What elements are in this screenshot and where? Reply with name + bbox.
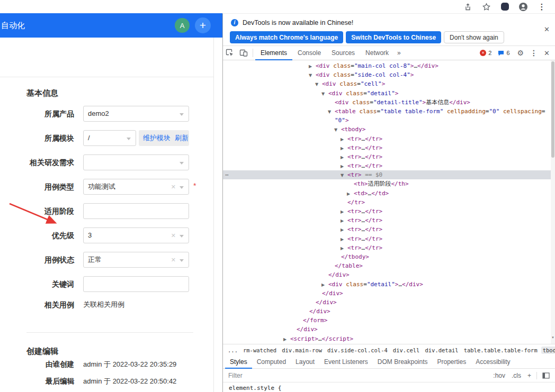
match-language-button[interactable]: Always match Chrome's language — [230, 31, 343, 43]
profile-icon[interactable] — [518, 2, 528, 12]
related-cases-link[interactable]: 关联相关用例 — [83, 297, 124, 313]
crumb-item[interactable]: tbody — [541, 347, 555, 354]
tree-node[interactable]: </tr> — [223, 198, 551, 207]
tree-node[interactable]: ▼<div class="side-col col-4"> — [223, 70, 551, 79]
scrollbar-thumb[interactable] — [551, 61, 554, 158]
avatar[interactable]: A — [175, 18, 190, 33]
expand-arrow-icon[interactable]: ▶ — [341, 162, 347, 171]
expand-arrow-icon[interactable]: ▶ — [341, 144, 347, 153]
module-select[interactable]: / — [83, 130, 136, 146]
tab-styles[interactable]: Styles — [225, 356, 252, 369]
kebab-menu-icon[interactable]: ⋮ — [530, 49, 538, 57]
tree-node[interactable]: ▶<tr>…</tr> — [223, 234, 551, 243]
collapse-arrow-icon[interactable]: ▼ — [321, 89, 328, 98]
expand-arrow-icon[interactable]: ▶ — [309, 62, 316, 71]
tree-node[interactable]: </form> — [223, 316, 551, 325]
tree-node[interactable]: ▶<tr>…</tr> — [223, 152, 551, 161]
tree-node[interactable]: <th>适用阶段</th> — [223, 179, 551, 188]
expand-arrow-icon[interactable]: ▶ — [341, 244, 347, 253]
scroll-down-icon[interactable]: ▼ — [551, 336, 555, 339]
tree-node[interactable]: "0"> — [223, 116, 551, 125]
styles-filter-input[interactable] — [228, 372, 493, 379]
dont-show-again-button[interactable]: Don't show again — [444, 31, 504, 43]
maintain-module-link[interactable]: 维护模块 — [143, 133, 171, 143]
extension-icon[interactable] — [500, 2, 509, 12]
error-badge[interactable]: ✕ 2 — [480, 50, 491, 56]
crumb-item[interactable]: div.main-row — [280, 347, 324, 354]
collapse-arrow-icon[interactable]: ▼ — [341, 171, 347, 180]
expand-arrow-icon[interactable]: ▶ — [347, 189, 354, 198]
stage-input[interactable] — [83, 203, 189, 219]
inspect-element-icon[interactable] — [223, 46, 237, 60]
requirement-select[interactable] — [83, 154, 189, 170]
device-toolbar-icon[interactable] — [237, 46, 250, 60]
collapse-arrow-icon[interactable]: ▼ — [334, 125, 341, 134]
status-select[interactable]: 正常✕ — [83, 252, 189, 268]
expand-arrow-icon[interactable]: ▶ — [321, 280, 328, 289]
tab-dom-breakpoints[interactable]: DOM Breakpoints — [373, 356, 433, 369]
tree-node[interactable]: ▶<div class="main-col col-8">…</div> — [223, 61, 551, 70]
crumb-item[interactable]: table.table.table-form — [462, 347, 539, 354]
crumb-item[interactable]: rm-watched — [241, 347, 278, 354]
collapse-arrow-icon[interactable]: ▼ — [309, 71, 316, 80]
tab-layout[interactable]: Layout — [291, 356, 319, 369]
tree-node[interactable]: ▶<script>…</script> — [223, 334, 551, 343]
tree-node[interactable]: <div class="detail-title">基本信息</div> — [223, 98, 551, 107]
tree-node[interactable]: </div> — [223, 289, 551, 298]
tree-node[interactable]: </div> — [223, 298, 551, 307]
tree-node[interactable]: ▶<tr>…</tr> — [223, 216, 551, 225]
tree-node[interactable]: </div> — [223, 270, 551, 279]
tree-node[interactable]: ▶<tr>…</tr> — [223, 225, 551, 234]
tab-properties[interactable]: Properties — [433, 356, 471, 369]
tree-node[interactable]: </div> — [223, 307, 551, 316]
tree-node[interactable]: </div> — [223, 325, 551, 334]
more-tabs-icon[interactable]: » — [394, 46, 404, 60]
menu-icon[interactable]: ⋮ — [537, 2, 547, 12]
tree-node[interactable]: ▶<tr>…</tr> — [223, 207, 551, 216]
expand-arrow-icon[interactable]: ▶ — [341, 225, 347, 234]
clear-icon[interactable]: ✕ — [171, 179, 176, 194]
keywords-input[interactable] — [83, 276, 189, 292]
tab-sources[interactable]: Sources — [326, 46, 360, 60]
close-icon[interactable]: ✕ — [544, 49, 550, 57]
share-icon[interactable] — [463, 2, 472, 12]
issues-badge[interactable]: 6 — [498, 50, 509, 56]
crumb-item[interactable]: div.detail — [423, 347, 460, 354]
tree-node[interactable]: </tbody> — [223, 252, 551, 261]
tab-accessibility[interactable]: Accessibility — [471, 356, 515, 369]
tree-node[interactable]: </table> — [223, 261, 551, 270]
product-select[interactable]: demo2 — [83, 106, 189, 122]
expand-arrow-icon[interactable]: ▶ — [283, 335, 290, 344]
tree-node[interactable]: ▶<tr>…</tr> — [223, 243, 551, 252]
switch-chinese-button[interactable]: Switch DevTools to Chinese — [346, 31, 441, 43]
collapse-arrow-icon[interactable]: ▼ — [328, 107, 335, 116]
toggle-class[interactable]: .cls — [512, 372, 521, 379]
star-icon[interactable] — [481, 2, 491, 12]
clear-icon[interactable]: ✕ — [171, 228, 176, 243]
tree-node[interactable]: ▶<td>…</td> — [223, 189, 551, 198]
expand-arrow-icon[interactable]: ▶ — [341, 207, 347, 216]
tree-node-selected[interactable]: ▼<tr> == $0⋯ — [223, 170, 551, 179]
expand-arrow-icon[interactable]: ▶ — [341, 135, 347, 144]
case-type-select[interactable]: 功能测试✕ — [83, 179, 189, 195]
tab-event-listeners[interactable]: Event Listeners — [319, 356, 373, 369]
crumb-item[interactable]: div.cell — [391, 347, 422, 354]
gear-icon[interactable]: ⚙ — [517, 49, 524, 57]
scrollbar[interactable]: ▼ — [551, 60, 555, 344]
priority-select[interactable]: 3✕ — [83, 227, 189, 243]
tree-node[interactable]: ▶<tr>…</tr> — [223, 134, 551, 143]
tree-node[interactable]: ▶<tr>…</tr> — [223, 161, 551, 170]
new-style-rule[interactable]: + — [527, 372, 531, 379]
tab-console[interactable]: Console — [292, 46, 326, 60]
refresh-link[interactable]: 刷新 — [175, 133, 189, 143]
tab-computed[interactable]: Computed — [252, 356, 291, 369]
tree-node[interactable]: ▼<tbody> — [223, 125, 551, 134]
add-button[interactable]: + — [195, 17, 211, 33]
clear-icon[interactable]: ✕ — [171, 252, 176, 267]
sidebar-panel-icon[interactable] — [542, 372, 550, 379]
collapse-arrow-icon[interactable]: ▼ — [315, 80, 322, 89]
tab-elements[interactable]: Elements — [255, 46, 292, 60]
tab-network[interactable]: Network — [360, 46, 394, 60]
tree-node[interactable]: ▼<div class="cell"> — [223, 79, 551, 88]
tree-node[interactable]: ▼<table class="table table-form" cellpad… — [223, 107, 551, 116]
